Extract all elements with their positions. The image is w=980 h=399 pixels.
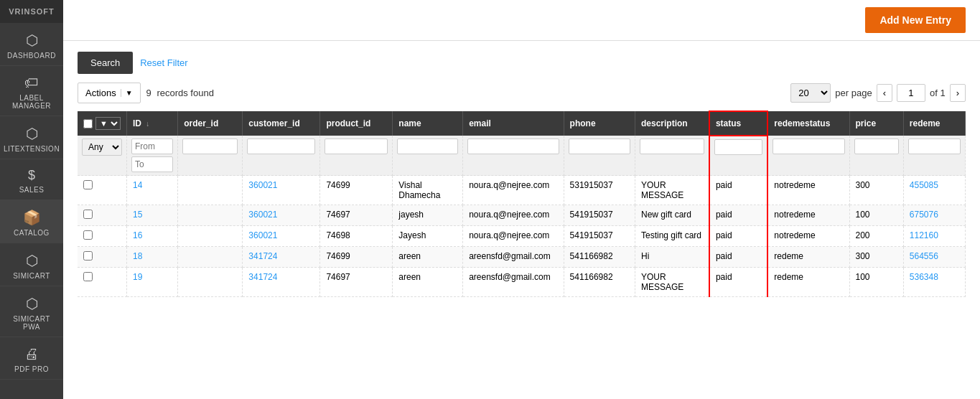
customer-id-link[interactable]: 360021 <box>248 180 277 190</box>
row-checkbox[interactable] <box>83 272 93 281</box>
catalog-icon: 📦 <box>23 209 41 226</box>
redeme-link[interactable]: 675076 <box>910 210 938 220</box>
search-button[interactable]: Search <box>78 52 133 74</box>
filter-status-cell <box>709 136 767 176</box>
filter-status[interactable] <box>714 139 762 155</box>
table-row: 1536002174697jayeshnoura.q@nejree.com541… <box>78 205 966 226</box>
row-checkbox-cell <box>78 226 127 247</box>
next-page-button[interactable]: › <box>950 84 966 102</box>
redeme-link[interactable]: 536348 <box>910 272 938 282</box>
table-row: 1834172474699areenareensfd@gmail.com5411… <box>78 247 966 268</box>
filter-redemestatus[interactable] <box>773 139 844 154</box>
row-phone: 541915037 <box>564 226 635 247</box>
row-checkbox[interactable] <box>83 230 93 240</box>
label-manager-icon: 🏷 <box>24 75 39 91</box>
row-email: noura.q@nejree.com <box>463 226 564 247</box>
row-order-id <box>178 226 243 247</box>
th-order-id: order_id <box>178 111 243 136</box>
row-order-id <box>178 176 243 205</box>
filter-id-from[interactable] <box>131 139 173 154</box>
row-id: 19 <box>127 268 178 297</box>
filter-product-id-cell <box>320 136 393 176</box>
row-description: Testing gift card <box>635 226 709 247</box>
filter-id-cell <box>127 136 178 176</box>
id-link[interactable]: 19 <box>133 272 142 282</box>
id-link[interactable]: 15 <box>133 210 142 220</box>
redeme-link[interactable]: 564556 <box>910 251 938 261</box>
sidebar-item-dashboard[interactable]: ⬡ DASHBOARD <box>0 23 63 66</box>
reset-filter-link[interactable]: Reset Filter <box>140 57 187 68</box>
sidebar-item-label: SIMICART <box>13 272 50 280</box>
row-phone: 531915037 <box>564 176 635 205</box>
id-link[interactable]: 16 <box>133 230 142 240</box>
filter-price[interactable] <box>854 139 899 154</box>
per-page-select[interactable]: 20 50 100 <box>790 83 831 103</box>
id-sort-icon[interactable]: ↓ <box>146 120 149 128</box>
sidebar-item-litextension[interactable]: ⬡ LITEXTENSION <box>0 116 63 159</box>
sidebar-item-catalog[interactable]: 📦 CATALOG <box>0 200 63 243</box>
filter-phone[interactable] <box>569 139 630 154</box>
row-phone: 541915037 <box>564 205 635 226</box>
id-link[interactable]: 14 <box>133 180 142 190</box>
row-description: Hi <box>635 247 709 268</box>
select-all-checkbox[interactable] <box>83 119 93 128</box>
row-status: paid <box>709 268 767 297</box>
row-description: New gift card <box>635 205 709 226</box>
records-count: 9 <box>146 88 151 98</box>
filter-redeme-cell <box>903 136 965 176</box>
id-link[interactable]: 18 <box>133 251 142 261</box>
row-redeme: 564556 <box>903 247 965 268</box>
row-checkbox[interactable] <box>83 251 93 260</box>
customer-id-link[interactable]: 360021 <box>248 210 277 220</box>
row-id: 15 <box>127 205 178 226</box>
records-suffix: records found <box>157 88 214 98</box>
filter-id-to[interactable] <box>131 156 173 172</box>
pagination: 20 50 100 per page ‹ of 1 › <box>790 83 966 103</box>
row-description: YOUR MESSAGE <box>635 176 709 205</box>
filter-name[interactable] <box>397 139 458 154</box>
dashboard-icon: ⬡ <box>26 32 38 49</box>
topbar: Add New Entry <box>63 0 980 41</box>
filter-order-id[interactable] <box>182 139 238 154</box>
sidebar-item-simicart-pwa[interactable]: ⬡ SIMICARTPWA <box>0 286 63 337</box>
filter-customer-id[interactable] <box>247 139 315 154</box>
sidebar-item-label: SIMICARTPWA <box>13 315 50 331</box>
current-page-input[interactable] <box>897 84 925 102</box>
row-status: paid <box>709 247 767 268</box>
prev-page-button[interactable]: ‹ <box>877 84 892 102</box>
table-row: 1436002174699Vishal Dhamechanoura.q@nejr… <box>78 176 966 205</box>
search-bar: Search Reset Filter <box>78 52 966 74</box>
redeme-link[interactable]: 112160 <box>910 230 938 240</box>
th-phone: phone <box>564 111 635 136</box>
filter-email[interactable] <box>467 139 559 154</box>
header-action-select[interactable]: ▼ <box>95 117 121 130</box>
row-id: 14 <box>127 176 178 205</box>
customer-id-link[interactable]: 341724 <box>248 251 277 261</box>
row-checkbox[interactable] <box>83 210 93 219</box>
sidebar-item-label-manager[interactable]: 🏷 LABELMANAGER <box>0 66 63 116</box>
actions-button[interactable]: Actions ▼ <box>78 83 141 103</box>
data-table: ▼ ID ↓ order_id customer_id product_id n… <box>78 111 966 297</box>
filter-redeme[interactable] <box>908 139 961 154</box>
row-name: Jayesh <box>393 226 463 247</box>
sidebar-item-simicart[interactable]: ⬡ SIMICART <box>0 243 63 286</box>
row-name: jayesh <box>393 205 463 226</box>
th-id: ID ↓ <box>127 111 178 136</box>
sidebar-item-sales[interactable]: $ SALES <box>0 159 63 200</box>
sidebar-item-pdf-pro[interactable]: 🖨 PDF PRO <box>0 337 63 380</box>
th-email: email <box>463 111 564 136</box>
filter-product-id[interactable] <box>325 139 388 154</box>
redeme-link[interactable]: 455085 <box>910 180 938 190</box>
row-product-id: 74697 <box>320 205 393 226</box>
customer-id-link[interactable]: 360021 <box>248 230 277 240</box>
th-customer-id: customer_id <box>243 111 320 136</box>
filter-description[interactable] <box>640 139 704 154</box>
customer-id-link[interactable]: 341724 <box>248 272 277 282</box>
row-price: 100 <box>849 205 903 226</box>
row-status: paid <box>709 176 767 205</box>
status-filter-select[interactable]: Any <box>82 139 122 156</box>
row-redemestatus: notredeme <box>767 205 849 226</box>
row-checkbox[interactable] <box>83 180 93 189</box>
row-status: paid <box>709 205 767 226</box>
add-new-button[interactable]: Add New Entry <box>865 7 966 33</box>
